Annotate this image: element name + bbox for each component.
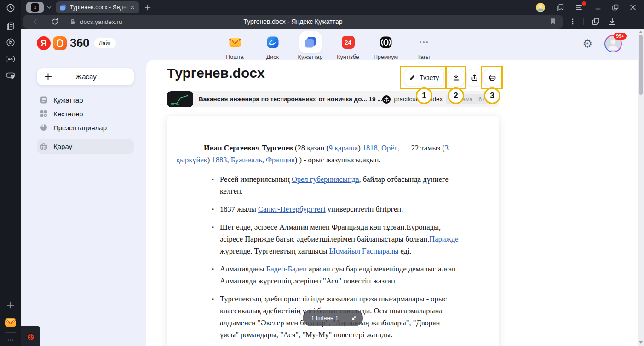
page-indicator-text: 1 ішінен 1 (311, 315, 338, 322)
doc-text: , — 22 тамыз ( (398, 144, 445, 152)
tab-group-count: 1 (31, 3, 39, 12)
app-disk[interactable]: Диск (258, 31, 288, 60)
screencast-icon[interactable] (6, 70, 16, 81)
doc-text: , (262, 156, 266, 164)
app-more[interactable]: Тағы (408, 31, 439, 60)
rail-more-icon[interactable] (6, 335, 16, 345)
tab-group-button[interactable]: 1 (26, 2, 44, 13)
sidebar-item-documents[interactable]: Құжаттар (37, 93, 134, 107)
shared-tabs-icon[interactable] (6, 21, 16, 31)
annotation-circle-1: 1 (416, 87, 432, 104)
print-button[interactable] (484, 69, 500, 86)
page-scrollbar[interactable] (638, 29, 644, 346)
share-icon (471, 74, 478, 81)
user-avatar[interactable]: 99+ (604, 35, 622, 52)
sidebar-item-presentations[interactable]: Презентациялар (37, 121, 134, 134)
active-tab[interactable]: Тургенев.docx - Яндек (56, 1, 139, 13)
pencil-icon (409, 74, 416, 81)
app-docs[interactable]: Құжаттар (295, 31, 326, 60)
360-logo-icon (53, 36, 67, 50)
app-label: Тағы (417, 54, 430, 60)
doc-link[interactable]: Франция (266, 156, 295, 164)
apps-row: ПоштаДискҚұжаттар24КүнтізбеПремиумТағы (220, 31, 439, 60)
calendar-app-icon: 24 (337, 31, 359, 53)
history-icon[interactable] (6, 3, 16, 13)
doc-link[interactable]: 1883 (212, 156, 227, 164)
notification-count-badge: 99+ (614, 33, 627, 40)
annotation-circle-2: 2 (448, 87, 464, 104)
back-icon[interactable] (31, 17, 40, 26)
minimize-icon[interactable] (594, 4, 602, 11)
ladybug-icon (25, 330, 37, 342)
scroll-up-arrow[interactable] (639, 31, 643, 33)
bookmark-ribbon-icon[interactable] (549, 17, 557, 26)
settings-gear-icon[interactable]: ⚙ (582, 38, 592, 49)
app-label: Премиум (374, 54, 398, 60)
doc-text: Алманиядағы (220, 265, 266, 273)
browser-menu-icon[interactable] (575, 3, 584, 12)
collections-icon[interactable] (591, 17, 600, 26)
rail-add-icon[interactable] (6, 300, 16, 310)
plus-icon (44, 73, 52, 81)
ladybug-overlay[interactable] (21, 326, 40, 346)
reload-icon[interactable] (51, 17, 59, 26)
download-button[interactable] (448, 69, 464, 86)
ad-thumbnail (167, 91, 193, 107)
doc-text: ) (358, 144, 362, 152)
presentations-icon (40, 123, 48, 132)
doc-link[interactable]: 9 қараша (329, 144, 358, 152)
yandex360-logo[interactable]: Я 360 Лайт (37, 36, 116, 50)
downloads-icon[interactable] (608, 17, 617, 26)
doc-text: Ресей империясының (220, 175, 292, 184)
main-content: Тургенев.docx Түзету 1 2 3 (146, 60, 638, 346)
fullscreen-expand-icon[interactable] (347, 311, 361, 325)
yandex-mail-icon[interactable] (5, 317, 17, 329)
tables-icon (40, 110, 48, 118)
new-tab-icon[interactable] (144, 4, 151, 11)
practicum-logo-icon (382, 95, 391, 104)
extension-48-badge[interactable]: 48 (6, 54, 16, 64)
app-mail[interactable]: Пошта (220, 31, 250, 60)
scrollbar-thumb[interactable] (639, 35, 643, 95)
sidebar-item-tables[interactable]: Кестелер (37, 107, 134, 121)
doc-link[interactable]: Орел губерниясында (292, 175, 359, 184)
more-options-icon[interactable] (569, 18, 576, 25)
share-button[interactable] (466, 69, 483, 86)
url-field[interactable]: docs.yandex.ru Тургенев.docx - Яндекс Құ… (23, 15, 563, 29)
restore-window-icon[interactable] (612, 4, 619, 11)
doc-link[interactable]: 1818 (362, 144, 378, 152)
profile-avatar-icon[interactable] (535, 2, 546, 12)
doc-link[interactable]: Санкт-Петербургтегі (258, 205, 326, 213)
tab-close-icon[interactable] (130, 5, 135, 10)
app-premium[interactable]: Премиум (371, 31, 401, 60)
edit-button[interactable]: Түзету (404, 69, 444, 86)
create-button[interactable]: Жасау (37, 68, 134, 85)
app-label: Диск (266, 54, 279, 60)
tab-title: Тургенев.docx - Яндек (70, 4, 129, 11)
docs-app-icon (299, 31, 322, 53)
sidebar-item-globe[interactable]: Қарау (37, 139, 134, 154)
divider (345, 313, 345, 323)
doc-bullet-item: Ресей империясының Орел губерниясында, б… (176, 173, 460, 197)
documents-icon (40, 96, 48, 104)
play-media-icon[interactable] (6, 37, 16, 47)
close-window-icon[interactable] (629, 4, 637, 11)
doc-link[interactable]: Буживаль (231, 156, 262, 164)
tab-group-chevron-icon[interactable] (46, 5, 52, 10)
url-text: docs.yandex.ru (80, 18, 122, 25)
doc-link[interactable]: Орёл (381, 144, 398, 152)
scroll-down-arrow[interactable] (639, 341, 643, 344)
lock-icon[interactable] (69, 18, 76, 25)
lite-badge: Лайт (94, 38, 116, 48)
doc-intro-paragraph: Иван Сергеевич Тургенев (28 қазан (9 қар… (176, 142, 460, 166)
app-calendar[interactable]: 24Күнтізбе (333, 31, 363, 60)
bookmarks-panel-icon[interactable] (556, 3, 565, 12)
window-controls (535, 2, 644, 12)
ad-headline: Вакансия инженера по тестированию: от но… (199, 96, 382, 103)
address-bar: docs.yandex.ru Тургенев.docx - Яндекс Құ… (21, 15, 644, 29)
doc-text: (28 қазан ( (293, 144, 329, 152)
rail-divider (5, 332, 16, 333)
doc-link[interactable]: Парижде (429, 235, 458, 243)
doc-link[interactable]: Баден-Баден (266, 265, 307, 273)
doc-link[interactable]: Ысмайыл Ғаспыралы (329, 247, 398, 255)
